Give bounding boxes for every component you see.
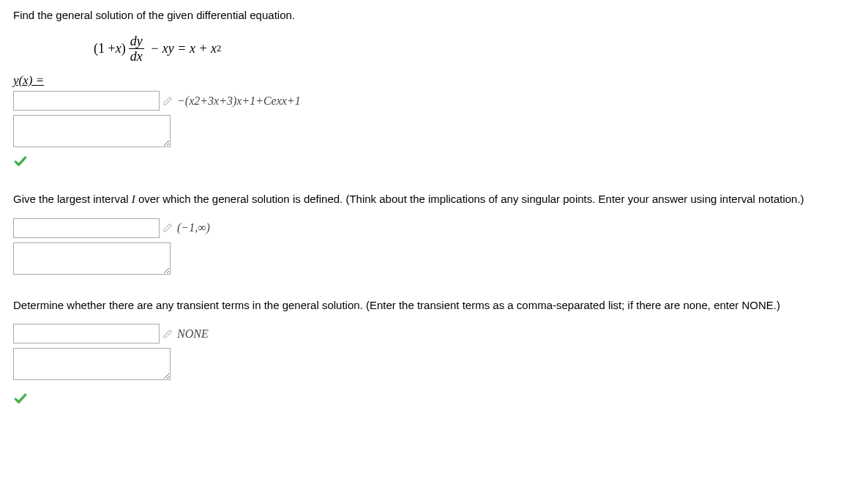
q2-scratch-input[interactable]	[13, 242, 171, 275]
edit-icon	[162, 329, 173, 339]
q1-solution: −(x2+3x+3)x+1+Cexx+1	[177, 94, 301, 108]
q1-answer-row: −(x2+3x+3)x+1+Cexx+1	[13, 91, 855, 111]
q2-answer-input[interactable]	[13, 218, 160, 238]
q3-answer-row: NONE	[13, 324, 855, 344]
q1-scratch-input[interactable]	[13, 115, 171, 147]
check-icon	[13, 154, 855, 171]
check-icon	[13, 391, 855, 408]
q3-scratch-input[interactable]	[13, 348, 171, 380]
q3-prompt: Determine whether there are any transien…	[13, 297, 855, 314]
yx-label: y(x) =	[13, 73, 855, 88]
differential-equation: (1 + x) dydx − xy = x + x2	[94, 34, 855, 63]
q3-solution: NONE	[177, 327, 209, 341]
edit-icon	[162, 223, 173, 233]
q2-answer-row: (−1,∞)	[13, 218, 855, 238]
q2-prompt: Give the largest interval I over which t…	[13, 191, 855, 208]
edit-icon	[162, 96, 173, 106]
q2-solution: (−1,∞)	[177, 221, 210, 234]
q1-answer-input[interactable]	[13, 91, 160, 111]
q1-prompt: Find the general solution of the given d…	[13, 9, 855, 21]
q3-answer-input[interactable]	[13, 324, 160, 344]
